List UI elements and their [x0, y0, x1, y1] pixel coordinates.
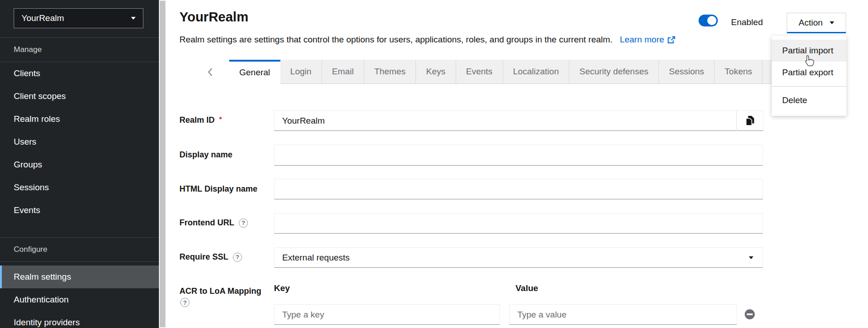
- page-subtitle-row: Realm settings are settings that control…: [179, 35, 675, 45]
- tab-localization[interactable]: Localization: [503, 60, 569, 84]
- learn-more-label: Learn more: [620, 35, 664, 45]
- require-ssl-value: External requests: [282, 253, 350, 263]
- action-button-label: Action: [799, 18, 823, 28]
- app-root: YourRealm Manage Clients Client scopes R…: [0, 0, 868, 328]
- acr-key-input[interactable]: [274, 304, 500, 325]
- sidebar-item-identity-providers[interactable]: Identity providers: [0, 311, 159, 328]
- frontend-url-input[interactable]: [274, 213, 763, 234]
- copy-icon: [746, 116, 754, 126]
- sidebar-item-sessions[interactable]: Sessions: [0, 176, 159, 199]
- chevron-down-icon: [131, 17, 136, 20]
- tab-events[interactable]: Events: [456, 60, 503, 84]
- sidebar-item-groups[interactable]: Groups: [0, 153, 159, 176]
- tab-sessions[interactable]: Sessions: [659, 60, 715, 84]
- help-icon[interactable]: ?: [233, 253, 242, 262]
- tab-email[interactable]: Email: [322, 60, 364, 84]
- value-column-header: Value: [516, 283, 538, 293]
- realm-selector-dropdown[interactable]: YourRealm: [14, 8, 143, 28]
- realm-id-input[interactable]: [274, 110, 736, 131]
- tab-keys[interactable]: Keys: [416, 60, 456, 84]
- required-asterisk: *: [219, 115, 222, 123]
- key-column-header: Key: [274, 283, 290, 293]
- html-display-name-input[interactable]: [274, 179, 763, 199]
- realm-id-label: Realm ID *: [179, 115, 222, 125]
- remove-row-button[interactable]: [744, 309, 755, 320]
- chevron-left-icon: [207, 68, 213, 77]
- menu-divider: [772, 86, 847, 87]
- sidebar-item-clients[interactable]: Clients: [0, 62, 159, 85]
- menu-item-delete[interactable]: Delete: [772, 89, 847, 111]
- sidebar-section-configure: Configure: [0, 238, 159, 261]
- sidebar-divider: [0, 261, 159, 262]
- page-title: YourRealm: [179, 10, 248, 25]
- minus-circle-icon: [744, 309, 755, 320]
- enabled-toggle[interactable]: [699, 15, 718, 26]
- tab-general[interactable]: General: [229, 60, 280, 84]
- sidebar-item-client-scopes[interactable]: Client scopes: [0, 85, 159, 108]
- external-link-icon: [668, 36, 675, 44]
- action-dropdown-menu: Partial import Partial export Delete: [772, 36, 847, 116]
- menu-item-partial-import[interactable]: Partial import: [772, 40, 847, 62]
- tab-bar: General Login Email Themes Keys Events L…: [166, 60, 868, 84]
- sidebar-item-events[interactable]: Events: [0, 199, 159, 222]
- copy-button[interactable]: [736, 110, 763, 131]
- frontend-url-label: Frontend URL ?: [179, 218, 248, 228]
- display-name-input[interactable]: [274, 145, 763, 166]
- tab-themes[interactable]: Themes: [364, 60, 416, 84]
- realm-selector-label: YourRealm: [21, 13, 64, 23]
- acr-value-input[interactable]: [509, 304, 737, 325]
- require-ssl-label: Require SSL ?: [179, 252, 242, 262]
- chevron-down-icon: [830, 21, 834, 24]
- chevron-down-icon: [749, 256, 753, 259]
- learn-more-link[interactable]: Learn more: [620, 35, 675, 45]
- menu-item-partial-export[interactable]: Partial export: [772, 62, 847, 83]
- sidebar-section-manage: Manage: [0, 38, 159, 62]
- page-subtitle: Realm settings are settings that control…: [179, 35, 612, 45]
- help-icon[interactable]: ?: [180, 298, 189, 307]
- help-icon[interactable]: ?: [239, 219, 248, 228]
- acr-mapping-label: ACR to LoA Mapping: [179, 286, 261, 296]
- sidebar: YourRealm Manage Clients Client scopes R…: [0, 0, 159, 328]
- sidebar-item-users[interactable]: Users: [0, 130, 159, 153]
- sidebar-item-authentication[interactable]: Authentication: [0, 288, 159, 311]
- sidebar-nav-configure: Realm settings Authentication Identity p…: [0, 266, 159, 328]
- require-ssl-select[interactable]: External requests: [274, 247, 763, 268]
- tabs: General Login Email Themes Keys Events L…: [229, 60, 791, 84]
- action-dropdown-button[interactable]: Action: [787, 13, 846, 33]
- tab-tokens[interactable]: Tokens: [715, 60, 763, 84]
- scrollbar-thumb[interactable]: [160, 1, 165, 327]
- enabled-label: Enabled: [731, 17, 763, 27]
- tabs-scroll-left-button[interactable]: [200, 60, 220, 84]
- html-display-name-label: HTML Display name: [179, 184, 258, 194]
- tab-login[interactable]: Login: [280, 60, 322, 84]
- display-name-label: Display name: [179, 150, 232, 160]
- sidebar-nav-manage: Clients Client scopes Realm roles Users …: [0, 62, 159, 222]
- main-content: YourRealm Realm settings are settings th…: [166, 0, 868, 328]
- sidebar-scrollbar[interactable]: [159, 0, 166, 328]
- tab-security-defenses[interactable]: Security defenses: [569, 60, 659, 84]
- toggle-knob: [707, 16, 716, 25]
- sidebar-item-realm-roles[interactable]: Realm roles: [0, 108, 159, 130]
- sidebar-item-realm-settings[interactable]: Realm settings: [0, 266, 159, 288]
